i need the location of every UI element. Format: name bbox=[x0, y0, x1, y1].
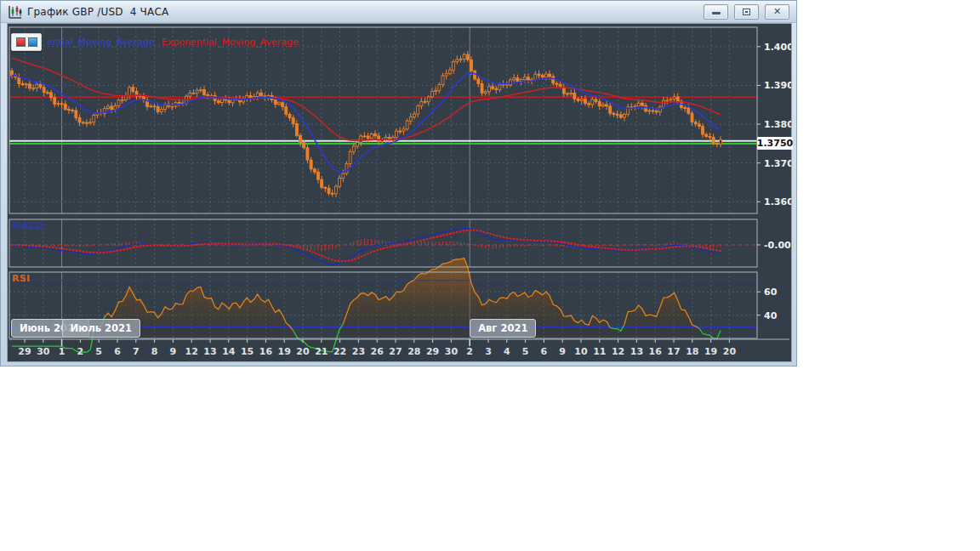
minimize-icon bbox=[712, 12, 721, 14]
svg-text:2: 2 bbox=[77, 346, 84, 357]
svg-text:3: 3 bbox=[485, 346, 492, 357]
maximize-icon bbox=[743, 9, 750, 15]
svg-text:6: 6 bbox=[114, 346, 121, 357]
svg-text:1.3700: 1.3700 bbox=[764, 158, 791, 169]
svg-text:11: 11 bbox=[593, 346, 606, 357]
svg-text:22: 22 bbox=[333, 346, 346, 357]
svg-text:29: 29 bbox=[18, 346, 31, 357]
svg-text:17: 17 bbox=[667, 346, 680, 357]
red-indicator-button[interactable] bbox=[16, 37, 26, 47]
svg-text:-0.00: -0.00 bbox=[764, 240, 791, 251]
svg-text:30: 30 bbox=[37, 346, 50, 357]
desktop: График GBP /USD 4 ЧАСА ✕ 1.40001.39001.3… bbox=[0, 0, 980, 551]
price-axis bbox=[757, 47, 761, 315]
x-axis bbox=[25, 339, 729, 346]
svg-text:60: 60 bbox=[764, 287, 778, 298]
ema-fast-legend-label: ential_Moving_Average bbox=[47, 37, 155, 48]
svg-text:19: 19 bbox=[704, 346, 717, 357]
chart-client-area: 1.40001.39001.38001.37001.3600-0.0060402… bbox=[7, 23, 792, 362]
legend-button-box bbox=[11, 33, 42, 51]
close-icon: ✕ bbox=[773, 7, 781, 16]
svg-text:9: 9 bbox=[559, 346, 566, 357]
svg-text:13: 13 bbox=[630, 346, 643, 357]
window-titlebar[interactable]: График GBP /USD 4 ЧАСА ✕ bbox=[1, 1, 796, 23]
chart-canvas[interactable]: 1.40001.39001.38001.37001.3600-0.0060402… bbox=[8, 24, 791, 361]
svg-text:19: 19 bbox=[278, 346, 291, 357]
svg-text:12: 12 bbox=[185, 346, 198, 357]
month-label-july: Июль 2021 bbox=[62, 319, 141, 338]
window-title: График GBP /USD 4 ЧАСА bbox=[27, 6, 168, 18]
ema-fast bbox=[12, 73, 721, 173]
svg-text:2: 2 bbox=[466, 346, 473, 357]
svg-text:14: 14 bbox=[222, 346, 236, 357]
svg-text:16: 16 bbox=[259, 346, 273, 357]
svg-text:1.3900: 1.3900 bbox=[764, 80, 791, 91]
svg-text:16: 16 bbox=[649, 346, 663, 357]
svg-text:7: 7 bbox=[133, 346, 140, 357]
macd-signal-line bbox=[12, 230, 721, 262]
rsi-panel-label: RSI bbox=[12, 273, 30, 284]
svg-text:1.3600: 1.3600 bbox=[764, 196, 791, 207]
svg-text:13: 13 bbox=[203, 346, 216, 357]
svg-text:1.4000: 1.4000 bbox=[764, 42, 791, 53]
svg-text:30: 30 bbox=[445, 346, 459, 357]
svg-text:23: 23 bbox=[352, 346, 365, 357]
window-controls: ✕ bbox=[704, 4, 791, 20]
macd-panel bbox=[9, 228, 757, 264]
svg-text:26: 26 bbox=[371, 346, 385, 357]
svg-text:40: 40 bbox=[764, 310, 778, 321]
svg-text:18: 18 bbox=[686, 346, 698, 357]
price-levels bbox=[9, 97, 757, 144]
minimize-button[interactable] bbox=[704, 4, 728, 20]
svg-text:4: 4 bbox=[504, 346, 510, 357]
current-price-tag: 1.3750 bbox=[757, 137, 793, 150]
month-label-august: Авг 2021 bbox=[470, 319, 536, 338]
macd-panel-label: MACD bbox=[12, 220, 44, 231]
chart-window: График GBP /USD 4 ЧАСА ✕ 1.40001.39001.3… bbox=[0, 0, 797, 366]
svg-text:9: 9 bbox=[170, 346, 177, 357]
maximize-button[interactable] bbox=[734, 4, 759, 20]
svg-text:12: 12 bbox=[612, 346, 624, 357]
svg-text:20: 20 bbox=[723, 346, 737, 357]
svg-text:29: 29 bbox=[426, 346, 439, 357]
svg-text:6: 6 bbox=[541, 346, 548, 357]
ema-fast-line bbox=[12, 73, 721, 173]
close-button[interactable]: ✕ bbox=[765, 4, 789, 20]
macd-line bbox=[12, 228, 721, 264]
svg-text:5: 5 bbox=[522, 346, 529, 357]
svg-text:5: 5 bbox=[95, 346, 102, 357]
svg-text:21: 21 bbox=[315, 346, 328, 357]
svg-text:20: 20 bbox=[296, 346, 310, 357]
svg-text:10: 10 bbox=[574, 346, 588, 357]
svg-text:15: 15 bbox=[241, 346, 254, 357]
svg-text:27: 27 bbox=[389, 346, 402, 357]
ema-slow-legend-label: Exponential_Moving_Average bbox=[162, 37, 299, 48]
svg-text:28: 28 bbox=[407, 346, 420, 357]
svg-text:8: 8 bbox=[151, 346, 158, 357]
svg-text:1.3800: 1.3800 bbox=[764, 119, 791, 130]
svg-text:1: 1 bbox=[59, 346, 66, 357]
indicator-legend: ential_Moving_Average Exponential_Moving… bbox=[11, 33, 299, 51]
ema-slow-line bbox=[12, 59, 721, 141]
candlestick-chart-icon bbox=[8, 5, 23, 19]
ema-slow bbox=[12, 59, 721, 141]
blue-indicator-button[interactable] bbox=[28, 37, 37, 47]
